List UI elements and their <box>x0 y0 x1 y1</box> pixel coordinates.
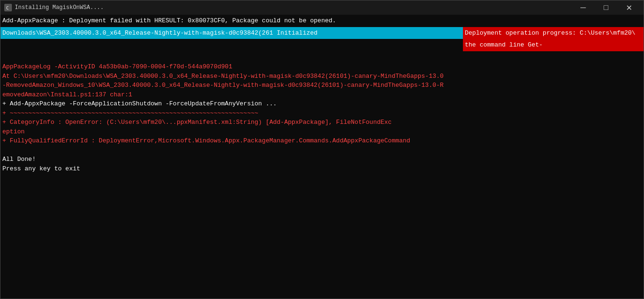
terminal-window: C Installing MagiskOnWSA.... ─ □ ✕ Add-A… <box>0 0 644 299</box>
second-row: Downloads\WSA_2303.40000.3.0_x64_Release… <box>0 27 644 39</box>
title-bar-left: C Installing MagiskOnWSA.... <box>4 4 104 11</box>
close-button[interactable]: ✕ <box>618 0 640 15</box>
window-controls: ─ □ ✕ <box>572 0 640 15</box>
terminal-line: + FullyQualifiedErrorId : DeploymentErro… <box>2 136 642 146</box>
progress-right: Deployment operation progress: C:\Users\… <box>463 27 644 39</box>
command-right: the command line Get- <box>463 39 644 51</box>
svg-text:C: C <box>6 6 9 10</box>
terminal-content-area: Add-AppxPackage : Deployment failed with… <box>0 15 644 299</box>
third-row: the command line Get- <box>0 39 644 51</box>
terminal-line: emovedAmazon\Install.ps1:137 char:1 <box>2 90 642 100</box>
title-bar: C Installing MagiskOnWSA.... ─ □ ✕ <box>0 0 644 15</box>
maximize-button[interactable]: □ <box>595 0 617 15</box>
terminal-line: All Done! <box>2 155 642 164</box>
terminal-line <box>2 53 642 63</box>
terminal-line: + ~~~~~~~~~~~~~~~~~~~~~~~~~~~~~~~~~~~~~~… <box>2 109 642 118</box>
progress-left: Downloads\WSA_2303.40000.3.0_x64_Release… <box>0 27 463 39</box>
minimize-button[interactable]: ─ <box>572 0 594 15</box>
terminal-line: -RemovedAmazon_Windows_10\WSA_2303.40000… <box>2 81 642 90</box>
terminal-icon: C <box>4 4 12 11</box>
terminal-line: + CategoryInfo : OpenError: (C:\Users\mf… <box>2 118 642 127</box>
terminal-line: Press any key to exit <box>2 164 642 174</box>
terminal-line: + Add-AppxPackage -ForceApplicationShutd… <box>2 99 642 109</box>
terminal-line: eption <box>2 127 642 137</box>
first-error-line: Add-AppxPackage : Deployment failed with… <box>0 15 644 27</box>
terminal-line <box>2 146 642 155</box>
terminal-line: AppPackageLog -ActivityID 4a53b0ab-7090-… <box>2 62 642 72</box>
spacer-left <box>0 39 463 51</box>
terminal-line: At C:\Users\mfm20\Downloads\WSA_2303.400… <box>2 72 642 81</box>
window-title: Installing MagiskOnWSA.... <box>15 4 104 11</box>
terminal-body: AppPackageLog -ActivityID 4a53b0ab-7090-… <box>0 51 644 176</box>
